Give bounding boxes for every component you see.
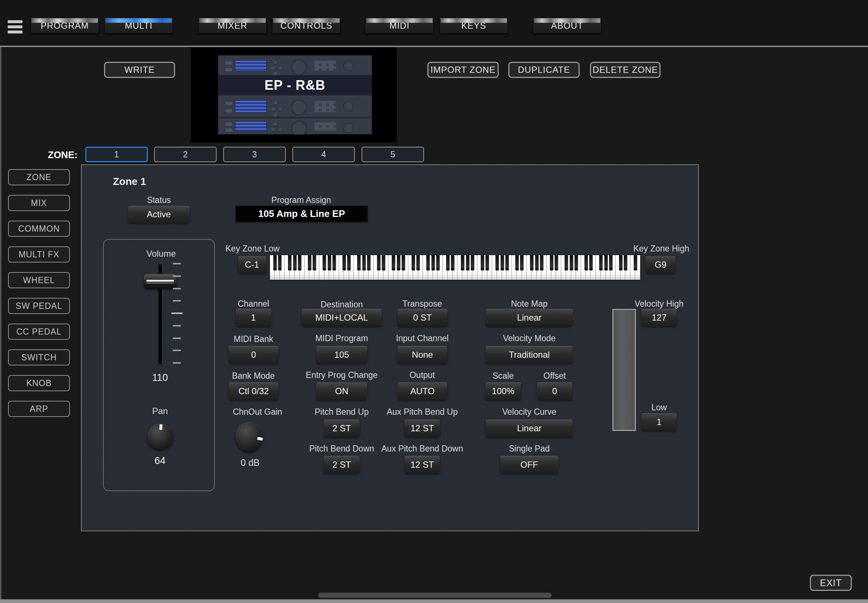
- single-pad-button[interactable]: OFF: [500, 456, 558, 473]
- black-key[interactable]: [313, 255, 316, 270]
- bank-mode-button[interactable]: Ctl 0/32: [229, 382, 279, 400]
- midi-program-button[interactable]: 105: [316, 346, 367, 363]
- program-assign-display[interactable]: 105 Amp & Line EP: [235, 206, 368, 222]
- black-key[interactable]: [555, 255, 558, 270]
- zone-tab-5[interactable]: 5: [362, 147, 424, 162]
- black-key[interactable]: [347, 255, 351, 270]
- sidebar-item-multi-fx[interactable]: MULTI FX: [8, 246, 70, 263]
- sidebar-item-common[interactable]: COMMON: [8, 221, 70, 237]
- velocity-low-button[interactable]: 1: [641, 413, 677, 431]
- write-button[interactable]: WRITE: [104, 62, 175, 78]
- black-key[interactable]: [412, 255, 415, 270]
- aux-pitch-bend-up-button[interactable]: 12 ST: [405, 419, 440, 437]
- channel-button[interactable]: 1: [236, 309, 271, 326]
- black-key[interactable]: [357, 255, 361, 270]
- volume-slider-handle[interactable]: [144, 274, 176, 289]
- black-key[interactable]: [599, 255, 602, 270]
- black-key[interactable]: [619, 255, 622, 270]
- black-key[interactable]: [333, 255, 336, 270]
- pitch-bend-down-button[interactable]: 2 ST: [324, 456, 360, 473]
- chnout-gain-knob[interactable]: [235, 422, 263, 451]
- zone-tab-4[interactable]: 4: [292, 147, 355, 162]
- black-key[interactable]: [377, 255, 380, 270]
- tab-multi[interactable]: MULTI: [104, 17, 173, 34]
- black-key[interactable]: [466, 255, 469, 270]
- black-key[interactable]: [495, 255, 499, 270]
- black-key[interactable]: [328, 255, 331, 270]
- velocity-high-button[interactable]: 127: [641, 309, 677, 326]
- key-zone-high-button[interactable]: G9: [645, 256, 676, 273]
- velocity-mode-button[interactable]: Traditional: [486, 346, 572, 363]
- black-key[interactable]: [585, 255, 588, 270]
- sidebar-item-switch[interactable]: SWITCH: [8, 349, 70, 365]
- black-key[interactable]: [589, 255, 593, 270]
- black-key[interactable]: [416, 255, 420, 270]
- black-key[interactable]: [342, 255, 346, 270]
- pan-knob[interactable]: [147, 424, 173, 449]
- black-key[interactable]: [397, 255, 400, 270]
- black-key[interactable]: [471, 255, 474, 270]
- keyboard[interactable]: [270, 255, 641, 280]
- tab-program[interactable]: PROGRAM: [31, 17, 99, 34]
- black-key[interactable]: [520, 255, 523, 270]
- offset-button[interactable]: 0: [537, 382, 572, 400]
- black-key[interactable]: [461, 255, 464, 270]
- sidebar-item-sw-pedal[interactable]: SW PEDAL: [8, 298, 70, 314]
- import-zone-button[interactable]: IMPORT ZONE: [427, 62, 499, 78]
- tab-keys[interactable]: KEYS: [439, 17, 508, 34]
- black-key[interactable]: [298, 255, 301, 270]
- output-button[interactable]: AUTO: [398, 382, 447, 400]
- black-key[interactable]: [432, 255, 435, 270]
- duplicate-button[interactable]: DUPLICATE: [508, 62, 580, 78]
- tab-controls[interactable]: CONTROLS: [272, 17, 340, 34]
- sidebar-item-knob[interactable]: KNOB: [8, 375, 70, 391]
- sidebar-item-arp[interactable]: ARP: [8, 401, 70, 417]
- black-key[interactable]: [293, 255, 296, 270]
- transpose-button[interactable]: 0 ST: [398, 309, 447, 326]
- tab-midi[interactable]: MIDI: [365, 17, 434, 34]
- zone-tab-1[interactable]: 1: [85, 147, 148, 162]
- black-key[interactable]: [362, 255, 365, 270]
- horizontal-scrollbar-thumb[interactable]: [318, 593, 552, 598]
- black-key[interactable]: [574, 255, 578, 270]
- black-key[interactable]: [451, 255, 454, 270]
- black-key[interactable]: [515, 255, 518, 270]
- sidebar-item-mix[interactable]: MIX: [8, 195, 70, 211]
- black-key[interactable]: [570, 255, 573, 270]
- menu-icon[interactable]: [8, 20, 22, 34]
- velocity-curve-button[interactable]: Linear: [486, 419, 572, 437]
- black-key[interactable]: [535, 255, 538, 270]
- black-key[interactable]: [323, 255, 326, 270]
- zone-tab-3[interactable]: 3: [223, 147, 286, 162]
- sidebar-item-zone[interactable]: ZONE: [8, 169, 70, 185]
- aux-pitch-bend-down-button[interactable]: 12 ST: [405, 456, 440, 473]
- black-key[interactable]: [308, 255, 311, 270]
- black-key[interactable]: [530, 255, 533, 270]
- midi-bank-button[interactable]: 0: [229, 346, 279, 363]
- entry-prog-change-button[interactable]: ON: [316, 382, 367, 400]
- tab-about[interactable]: ABOUT: [533, 17, 601, 34]
- black-key[interactable]: [550, 255, 553, 270]
- key-zone-low-button[interactable]: C-1: [238, 256, 266, 273]
- black-key[interactable]: [402, 255, 405, 270]
- exit-button[interactable]: EXIT: [810, 575, 852, 591]
- black-key[interactable]: [446, 255, 449, 270]
- black-key[interactable]: [501, 255, 504, 270]
- black-key[interactable]: [486, 255, 489, 270]
- pitch-bend-up-button[interactable]: 2 ST: [324, 419, 360, 437]
- zone-tab-2[interactable]: 2: [154, 147, 217, 162]
- black-key[interactable]: [565, 255, 568, 270]
- black-key[interactable]: [288, 255, 291, 270]
- input-channel-button[interactable]: None: [398, 346, 447, 363]
- black-key[interactable]: [624, 255, 627, 270]
- velocity-range-bar[interactable]: [613, 309, 636, 431]
- black-key[interactable]: [505, 255, 509, 270]
- black-key[interactable]: [436, 255, 439, 270]
- sidebar-item-wheel[interactable]: WHEEL: [8, 272, 70, 288]
- status-button[interactable]: Active: [128, 206, 190, 223]
- black-key[interactable]: [278, 255, 282, 270]
- black-key[interactable]: [273, 255, 277, 270]
- tab-mixer[interactable]: MIXER: [198, 17, 267, 34]
- scale-button[interactable]: 100%: [486, 382, 521, 400]
- black-key[interactable]: [634, 255, 637, 270]
